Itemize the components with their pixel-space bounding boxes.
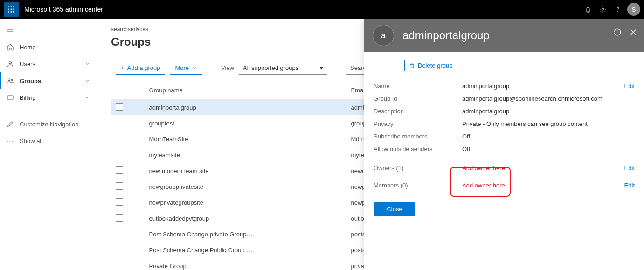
add-group-button[interactable]: + Add a group — [116, 61, 165, 75]
chevron-down-icon — [192, 65, 197, 70]
svg-rect-1 — [11, 6, 12, 7]
trash-icon — [409, 62, 415, 69]
help-button[interactable] — [610, 2, 625, 17]
gear-icon — [599, 6, 607, 13]
button-label: Add a group — [127, 64, 160, 71]
sidebar-item-groups[interactable]: Groups — [0, 72, 97, 89]
panel-title: adminportalgroup — [402, 29, 490, 42]
question-icon — [614, 6, 622, 13]
cell-group-name: Post Schema Change Public Group … — [145, 242, 346, 258]
group-details-panel: a adminportalgroup Delete group Name adm… — [364, 19, 644, 270]
svg-rect-6 — [8, 11, 9, 13]
button-label: More — [175, 64, 189, 71]
field-label-outside: Allow outside senders — [374, 145, 462, 152]
field-label-members: Members (0) — [374, 182, 462, 189]
column-header-name[interactable]: Group name — [145, 81, 346, 100]
sidebar-item-label: Home — [20, 44, 36, 51]
sidebar-item-billing[interactable]: Billing — [0, 89, 97, 106]
field-label-owners: Owners (1) — [374, 165, 462, 172]
avatar[interactable]: S — [627, 3, 640, 16]
svg-rect-17 — [7, 96, 13, 99]
ellipsis-icon: ··· — [7, 138, 14, 145]
sidebar-item-label: Customize Navigation — [20, 121, 78, 128]
row-checkbox[interactable] — [116, 246, 123, 253]
row-checkbox[interactable] — [116, 135, 123, 142]
row-checkbox[interactable] — [116, 262, 123, 269]
sidebar-item-label: Groups — [20, 77, 41, 84]
field-value-privacy: Private - Only members can see group con… — [462, 120, 635, 127]
hamburger-icon — [7, 26, 14, 34]
svg-rect-7 — [11, 11, 12, 13]
pencil-icon — [7, 120, 14, 128]
bell-icon — [584, 6, 592, 13]
plus-icon: + — [121, 64, 125, 71]
field-label-subscribe: Subscribe members — [374, 133, 462, 140]
view-select[interactable]: All supported groups ▾ — [239, 61, 327, 75]
chevron-down-icon — [84, 95, 90, 100]
svg-point-14 — [9, 62, 11, 64]
group-avatar: a — [373, 25, 394, 46]
app-launcher-button[interactable] — [4, 2, 19, 17]
home-icon — [7, 43, 14, 51]
chevron-down-icon — [84, 61, 90, 67]
app-title: Microsoft 365 admin center — [24, 6, 103, 13]
notifications-button[interactable] — [581, 2, 596, 17]
delete-group-button[interactable]: Delete group — [404, 60, 457, 71]
row-checkbox[interactable] — [116, 198, 123, 206]
field-value-outside: Off — [462, 145, 635, 152]
sidebar-customize-nav[interactable]: Customize Navigation — [0, 116, 97, 132]
cell-group-name: adminportalgroup — [145, 100, 346, 116]
field-label-description: Description — [374, 108, 462, 115]
user-icon — [7, 60, 14, 68]
svg-rect-8 — [13, 11, 14, 13]
svg-rect-2 — [13, 6, 14, 7]
row-checkbox[interactable] — [116, 103, 123, 111]
row-checkbox[interactable] — [116, 151, 123, 158]
row-checkbox[interactable] — [116, 166, 123, 174]
close-panel-button[interactable] — [629, 28, 637, 36]
chevron-down-icon — [84, 78, 90, 83]
sidebar-show-all[interactable]: ··· Show all — [0, 132, 97, 149]
cell-group-name: myteamsite — [145, 147, 346, 163]
svg-rect-0 — [8, 6, 9, 7]
sidebar-item-home[interactable]: Home — [0, 39, 97, 55]
field-label-name: Name — [374, 83, 462, 90]
cell-group-name: newgroupprivatesite — [145, 179, 346, 195]
svg-rect-5 — [13, 9, 14, 10]
select-all-checkbox[interactable] — [116, 86, 123, 93]
sidebar-item-label: Billing — [20, 94, 36, 101]
edit-owners-link[interactable]: Edit — [624, 165, 635, 172]
field-label-privacy: Privacy — [374, 120, 462, 127]
field-value-groupid: adminportalgroup@sponlinesearch.onmicros… — [462, 95, 635, 102]
cell-group-name: grouptest — [145, 116, 346, 132]
svg-rect-3 — [8, 9, 9, 10]
close-button[interactable]: Close — [374, 202, 415, 216]
field-value-subscribe: Off — [462, 133, 635, 140]
settings-button[interactable] — [596, 2, 610, 17]
row-checkbox[interactable] — [116, 214, 123, 222]
edit-members-link[interactable]: Edit — [624, 182, 635, 189]
row-checkbox[interactable] — [116, 182, 123, 190]
sidebar-item-users[interactable]: Users — [0, 55, 97, 72]
nav-toggle-button[interactable] — [0, 22, 97, 39]
field-value-description: adminportalgroup — [462, 108, 635, 115]
button-label: Delete group — [418, 62, 452, 69]
view-label: View — [221, 64, 234, 71]
top-bar: Microsoft 365 admin center S — [0, 0, 644, 19]
group-icon — [7, 77, 14, 84]
cell-group-name: new modern team site — [145, 163, 346, 179]
waffle-icon — [7, 6, 15, 13]
field-label-groupid: Group Id — [374, 95, 462, 102]
sidebar: Home Users Groups Billing Customize Navi… — [0, 19, 97, 270]
edit-name-link[interactable]: Edit — [624, 83, 635, 90]
svg-point-10 — [617, 11, 618, 11]
select-value: All supported groups — [243, 64, 298, 71]
svg-rect-4 — [11, 9, 12, 10]
row-checkbox[interactable] — [116, 119, 123, 126]
row-checkbox[interactable] — [116, 230, 123, 237]
svg-point-15 — [8, 79, 10, 81]
panel-header: a adminportalgroup — [364, 19, 644, 52]
refresh-button[interactable] — [613, 28, 622, 36]
more-button[interactable]: More — [170, 61, 202, 75]
annotation-box — [450, 167, 511, 197]
